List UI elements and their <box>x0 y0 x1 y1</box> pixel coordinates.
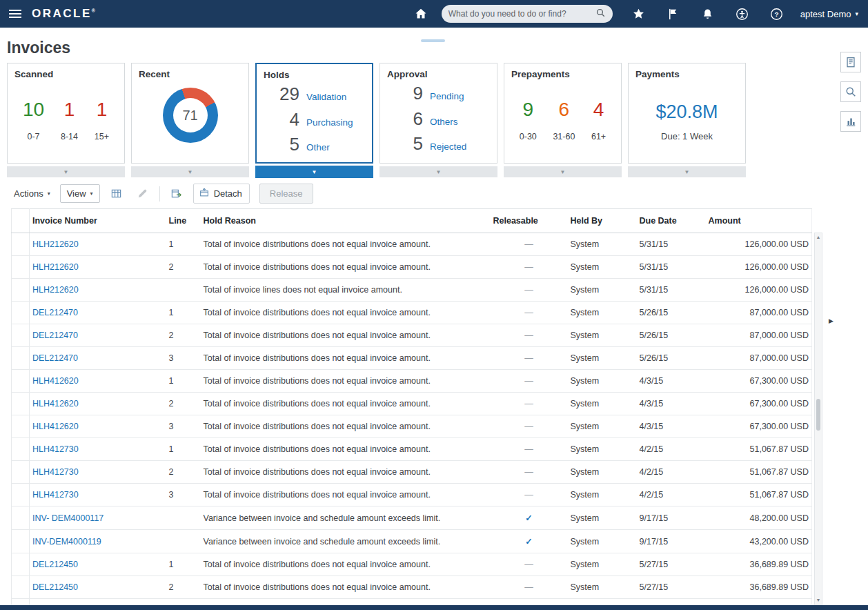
table-row[interactable]: HLH2126202Total of invoice distributions… <box>12 256 812 279</box>
analytics-panel-icon[interactable] <box>840 111 861 132</box>
col-line[interactable]: Line <box>166 209 201 233</box>
invoice-link[interactable]: HLH412730 <box>32 444 79 454</box>
invoice-link[interactable]: HLH212620 <box>32 285 79 295</box>
prepayments-bucket-0-30[interactable]: 9 0-30 <box>520 100 537 141</box>
table-row[interactable]: HLH2126201Total of invoice distributions… <box>12 233 812 256</box>
row-select-cell[interactable] <box>12 576 30 599</box>
row-select-cell[interactable] <box>12 461 30 484</box>
approval-pending-link[interactable]: Pending <box>430 91 490 101</box>
user-menu[interactable]: aptest Demo ▾ <box>800 9 858 19</box>
reports-panel-icon[interactable] <box>840 52 861 72</box>
invoice-link[interactable]: HLH412620 <box>32 399 79 409</box>
help-icon[interactable]: ? <box>769 6 785 22</box>
holds-other-link[interactable]: Other <box>306 142 365 152</box>
row-select-cell[interactable] <box>12 438 30 461</box>
tile-expander[interactable]: ▼ <box>628 166 746 177</box>
table-row[interactable]: HLH4127302Total of invoice distributions… <box>12 461 812 484</box>
table-row[interactable]: HLH212620Total of invoice lines does not… <box>12 279 812 302</box>
global-search[interactable] <box>442 5 613 23</box>
watchlist-flag-icon[interactable] <box>665 6 682 22</box>
table-scrollbar[interactable]: ▲ ▼ <box>814 233 822 605</box>
scrollbar-track[interactable] <box>815 240 822 598</box>
search-panel-icon[interactable] <box>840 81 861 102</box>
detach-button[interactable]: Detach <box>193 184 250 204</box>
table-row[interactable]: HLH4127301Total of invoice distributions… <box>12 438 812 461</box>
table-row[interactable]: DEL2124701Total of invoice distributions… <box>12 302 812 324</box>
tile-approval[interactable]: Approval 9 Pending 6 Others 5 Rejected ▼ <box>379 63 497 178</box>
row-select-cell[interactable] <box>12 553 30 576</box>
table-row[interactable]: DEL2124702Total of invoice distributions… <box>12 324 812 347</box>
col-hold-reason[interactable]: Hold Reason <box>201 209 491 233</box>
row-select-cell[interactable] <box>12 506 30 530</box>
row-select-cell[interactable] <box>12 484 30 506</box>
tile-expander[interactable]: ▼ <box>131 166 249 177</box>
tile-payments[interactable]: Payments $20.8M Due: 1 Week ▼ <box>628 63 746 178</box>
table-row[interactable]: HLH4127303Total of invoice distributions… <box>12 484 812 506</box>
table-row[interactable]: HLH4126203Total of invoice distributions… <box>12 415 812 438</box>
invoice-link[interactable]: HLH412620 <box>32 422 79 431</box>
invoice-link[interactable]: DEL212470 <box>32 353 78 363</box>
holds-purchasing-link[interactable]: Purchasing <box>306 117 365 128</box>
row-select-cell[interactable] <box>12 302 30 324</box>
prepayments-bucket-31-60[interactable]: 6 31-60 <box>553 100 575 141</box>
holds-validation-link[interactable]: Validation <box>306 92 365 102</box>
scanned-bucket-8-14[interactable]: 1 8-14 <box>61 100 78 141</box>
row-select-cell[interactable] <box>12 233 30 256</box>
table-row[interactable]: HLH4126201Total of invoice distributions… <box>12 370 812 393</box>
export-to-excel-icon[interactable] <box>167 185 186 203</box>
approval-rejected-link[interactable]: Rejected <box>430 141 490 152</box>
scanned-bucket-15plus[interactable]: 1 15+ <box>95 100 109 141</box>
table-row[interactable]: DEL2124502Total of invoice distributions… <box>12 576 812 599</box>
favorites-star-icon[interactable] <box>631 6 647 22</box>
invoice-link[interactable]: DEL212450 <box>32 560 78 569</box>
search-icon[interactable] <box>595 8 606 21</box>
table-row[interactable]: INV-DEM4000119Variance between invoice a… <box>12 530 812 553</box>
table-row[interactable]: DEL2124501Total of invoice distributions… <box>12 553 812 576</box>
home-icon[interactable] <box>413 6 429 22</box>
tile-holds[interactable]: Holds 29 Validation 4 Purchasing 5 Other… <box>255 63 373 178</box>
invoice-link[interactable]: HLH212620 <box>32 262 79 272</box>
panel-expand-icon[interactable]: ▶ <box>829 316 834 326</box>
col-invoice-number[interactable]: Invoice Number <box>30 209 166 233</box>
tile-scanned[interactable]: Scanned 10 0-7 1 8-14 1 15+ ▼ <box>7 63 125 178</box>
query-by-example-icon[interactable] <box>107 185 126 203</box>
table-row[interactable]: DEL2124703Total of invoice distributions… <box>12 347 812 370</box>
recent-donut-chart[interactable]: 71 <box>163 88 218 143</box>
table-row[interactable]: HLH4126202Total of invoice distributions… <box>12 393 812 415</box>
tile-prepayments[interactable]: Prepayments 9 0-30 6 31-60 4 61+ ▼ <box>504 63 622 178</box>
invoice-link[interactable]: DEL212470 <box>32 308 78 317</box>
row-select-cell[interactable] <box>12 347 30 370</box>
scrollbar-thumb[interactable] <box>816 399 820 431</box>
tile-expander[interactable]: ▼ <box>379 166 497 177</box>
col-held-by[interactable]: Held By <box>568 209 637 233</box>
search-input[interactable] <box>448 9 595 19</box>
scanned-bucket-0-7[interactable]: 10 0-7 <box>23 100 44 141</box>
invoice-link[interactable]: INV- DEM4000117 <box>32 513 103 523</box>
navigator-menu-icon[interactable] <box>0 0 30 28</box>
row-select-cell[interactable] <box>12 370 30 393</box>
scroll-down-icon[interactable]: ▼ <box>816 598 821 603</box>
invoice-link[interactable]: HLH212620 <box>32 239 79 249</box>
invoice-link[interactable]: HLH412620 <box>32 376 79 386</box>
tile-recent[interactable]: Recent 71 ▼ <box>131 63 249 178</box>
invoice-link[interactable]: HLH412730 <box>32 490 79 500</box>
notifications-bell-icon[interactable] <box>700 6 716 22</box>
tile-expander[interactable]: ▼ <box>255 166 373 178</box>
actions-menu[interactable]: Actions ▾ <box>11 185 53 202</box>
invoice-link[interactable]: DEL212470 <box>32 331 78 340</box>
tile-expander[interactable]: ▼ <box>504 166 622 177</box>
row-select-cell[interactable] <box>12 256 30 279</box>
invoice-link[interactable]: DEL212450 <box>32 582 78 592</box>
invoice-link[interactable]: INV-DEM4000119 <box>32 537 101 547</box>
row-select-cell[interactable] <box>12 530 30 553</box>
row-select-cell[interactable] <box>12 279 30 302</box>
approval-others-link[interactable]: Others <box>430 117 490 127</box>
invoice-link[interactable]: HLH412730 <box>32 467 79 477</box>
scroll-up-icon[interactable]: ▲ <box>816 235 821 240</box>
row-select-cell[interactable] <box>12 415 30 438</box>
col-releasable[interactable]: Releasable <box>491 209 568 233</box>
row-select-cell[interactable] <box>12 324 30 347</box>
col-amount[interactable]: Amount <box>706 209 812 233</box>
col-due-date[interactable]: Due Date <box>637 209 706 233</box>
view-menu[interactable]: View ▾ <box>60 184 100 203</box>
